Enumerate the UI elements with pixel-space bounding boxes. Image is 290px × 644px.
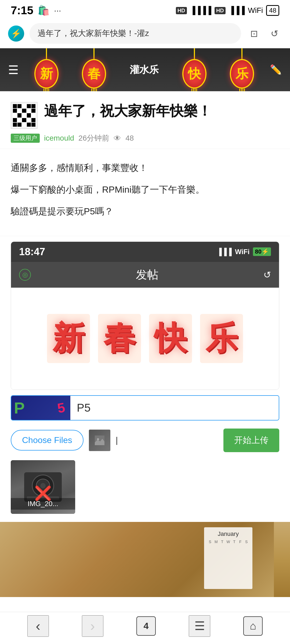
app-icon: 🛍️ — [38, 5, 50, 16]
captcha-area — [11, 395, 279, 420]
start-upload-button[interactable]: 开始上传 — [223, 429, 279, 452]
bookmark-button[interactable]: ⊡ — [247, 26, 262, 41]
embed-refresh-icon[interactable]: ↺ — [263, 269, 271, 280]
status-bar: 7:15 🛍️ ··· HD ▐▐▐▐ HD ▐▐▐ WiFi 48 — [0, 0, 290, 19]
edit-icon[interactable]: ✏️ — [270, 64, 282, 75]
embed-header: ◎ 发帖 ↺ — [11, 262, 279, 288]
status-icons: HD ▐▐▐▐ HD ▐▐▐ WiFi 48 — [176, 5, 279, 16]
username[interactable]: icemould — [44, 134, 74, 142]
main-content: 過年了，祝大家新年快樂！ 三级用户 icemould 26分钟前 👁 48 通關… — [0, 91, 290, 635]
delete-icon[interactable]: ❌ — [34, 485, 52, 502]
views-count: 48 — [125, 134, 134, 142]
file-upload-area: Choose Files | 开始上传 — [11, 429, 279, 452]
bottom-nav: ‹ › 4 ☰ ⌂ — [0, 612, 290, 644]
lantern-4: 乐 — [230, 48, 254, 91]
cny-char-3: 快 — [149, 314, 192, 363]
forum-name: 灌水乐 — [130, 63, 159, 76]
user-level-badge: 三级用户 — [11, 134, 40, 143]
file-thumbnail — [89, 430, 110, 451]
url-bar[interactable]: 過年了，祝大家新年快樂！-灌z — [30, 23, 241, 44]
shield-icon[interactable]: ⚡ — [8, 25, 24, 42]
cny-image-area: 新 春 快 乐 — [11, 288, 279, 390]
cny-char-4: 乐 — [200, 314, 243, 363]
forward-button[interactable]: › — [82, 615, 103, 637]
browser-actions: ⊡ ↺ — [247, 26, 282, 41]
lantern-3: 快 — [182, 48, 206, 91]
article-title: 過年了，祝大家新年快樂！ — [44, 102, 279, 120]
embed-signal: ▐▐▐ — [217, 248, 232, 256]
embedded-screenshot: 18:47 ▐▐▐ WiFi 80⚡ ◎ 发帖 ↺ 新 春 快 乐 — [11, 241, 279, 390]
menu-button[interactable]: ☰ — [189, 615, 210, 637]
time-ago: 26分钟前 — [78, 133, 109, 143]
embed-wifi: WiFi — [235, 248, 250, 256]
tab-count-button[interactable]: 4 — [136, 616, 156, 636]
back-button[interactable]: ‹ — [27, 615, 49, 637]
choose-files-button[interactable]: Choose Files — [11, 430, 84, 451]
upload-separator: | — [116, 435, 118, 445]
cny-char-1: 新 — [47, 314, 90, 363]
hamburger-menu-icon[interactable]: ☰ — [8, 63, 19, 77]
calendar-month: January — [207, 530, 249, 537]
lantern-container: 新 春 灌水乐 快 乐 — [24, 48, 264, 91]
refresh-button[interactable]: ↺ — [267, 26, 282, 41]
embed-status-bar: 18:47 ▐▐▐ WiFi 80⚡ — [11, 242, 279, 262]
file-preview-item: ❌ IMG_20... — [11, 460, 75, 514]
forum-banner: ☰ 新 春 灌水乐 快 — [0, 48, 290, 91]
views-icon: 👁 — [114, 134, 121, 143]
wifi-icon: WiFi — [248, 6, 263, 15]
captcha-image — [11, 396, 70, 420]
lantern-2: 春 — [82, 48, 106, 91]
cny-char-2: 春 — [98, 314, 141, 363]
captcha-input[interactable] — [70, 396, 279, 420]
lantern-1: 新 — [34, 48, 59, 91]
signal-icon2: ▐▐▐ — [229, 6, 245, 15]
home-button[interactable]: ⌂ — [243, 616, 263, 636]
browser-bar: ⚡ 過年了，祝大家新年快樂！-灌z ⊡ ↺ — [0, 19, 290, 48]
article-meta: 三级用户 icemould 26分钟前 👁 48 — [11, 133, 279, 143]
article-body: 通關多多，感情順利，事業豐收！ 爆一下窮酸的小桌面，RPMini聽了一下午音樂。… — [0, 149, 290, 236]
body-line-3: 驗證碼是提示要玩P5嗎？ — [11, 203, 279, 219]
embed-battery: 80⚡ — [253, 247, 271, 256]
status-dots: ··· — [54, 6, 61, 16]
signal-icon: ▐▐▐▐ — [190, 6, 211, 15]
embed-time: 18:47 — [19, 246, 45, 258]
hd-badge: HD — [176, 7, 187, 14]
file-preview-area: ❌ IMG_20... — [11, 460, 279, 514]
hd-badge2: HD — [215, 7, 226, 14]
embed-header-title: 发帖 — [136, 267, 158, 282]
body-line-1: 通關多多，感情順利，事業豐收！ — [11, 160, 279, 176]
battery-icon: 48 — [266, 5, 279, 16]
embed-location-icon: ◎ — [19, 269, 31, 281]
article-header: 過年了，祝大家新年快樂！ 三级用户 icemould 26分钟前 👁 48 — [0, 91, 290, 149]
avatar — [11, 102, 38, 129]
status-time: 7:15 — [11, 4, 33, 17]
bottom-image: January S M T W T F S — [0, 522, 290, 597]
body-line-2: 爆一下窮酸的小桌面，RPMini聽了一下午音樂。 — [11, 181, 279, 198]
